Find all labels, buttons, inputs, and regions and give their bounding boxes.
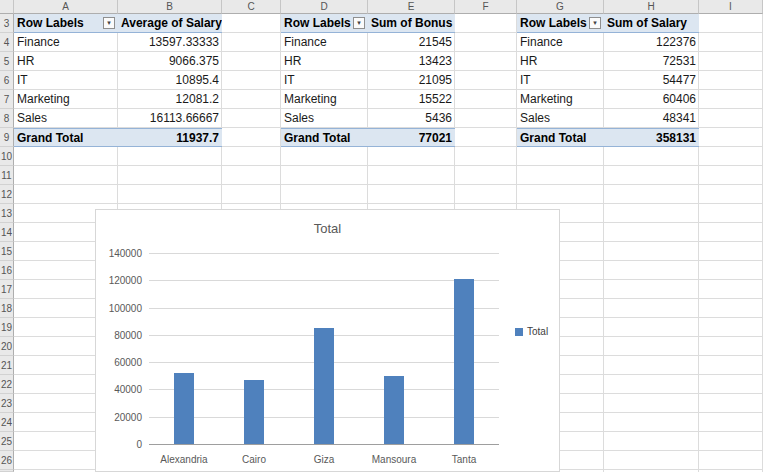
x-axis-category-label: Alexandria [149, 454, 219, 465]
pivot3-grand-total-label[interactable]: Grand Total [517, 128, 604, 147]
pivot2-value-header[interactable]: Sum of Bonus [368, 14, 455, 33]
pivot3-label-it[interactable]: IT [517, 71, 604, 90]
pivot3-value-it[interactable]: 54477 [604, 71, 699, 90]
row-header-20[interactable]: 20 [0, 337, 14, 356]
pivot1-value-sales[interactable]: 16113.66667 [118, 109, 222, 128]
pivot2-label-sales[interactable]: Sales [281, 109, 368, 128]
bar-chart[interactable]: Total Total 0200004000060000800001000001… [95, 209, 560, 472]
row-labels-text: Row Labels [520, 14, 587, 32]
y-axis-tick-label: 60000 [98, 357, 142, 368]
row-header-14[interactable]: 14 [0, 223, 14, 242]
pivot1-grand-total-label[interactable]: Grand Total [14, 128, 118, 147]
pivot1-label-marketing[interactable]: Marketing [14, 90, 118, 109]
row-header-15[interactable]: 15 [0, 242, 14, 261]
pivot2-label-marketing[interactable]: Marketing [281, 90, 368, 109]
pivot3-value-hr[interactable]: 72531 [604, 52, 699, 71]
column-header-B[interactable]: B [118, 0, 222, 14]
filter-dropdown-icon[interactable]: ▾ [103, 17, 115, 29]
y-axis-tick-label: 100000 [98, 303, 142, 314]
row-header-8[interactable]: 8 [0, 109, 14, 128]
row-header-12[interactable]: 12 [0, 185, 14, 204]
column-header-C[interactable]: C [222, 0, 281, 14]
pivot3-label-marketing[interactable]: Marketing [517, 90, 604, 109]
chart-gridline [149, 308, 499, 309]
pivot2-label-hr[interactable]: HR [281, 52, 368, 71]
row-header-19[interactable]: 19 [0, 318, 14, 337]
row-header-22[interactable]: 22 [0, 375, 14, 394]
row-header-24[interactable]: 24 [0, 413, 14, 432]
row-header-9[interactable]: 9 [0, 128, 14, 147]
pivot1-label-sales[interactable]: Sales [14, 109, 118, 128]
pivot1-value-it[interactable]: 10895.4 [118, 71, 222, 90]
pivot1-label-finance[interactable]: Finance [14, 33, 118, 52]
pivot2-value-sales[interactable]: 5436 [368, 109, 455, 128]
pivot1-label-it[interactable]: IT [14, 71, 118, 90]
row-header-6[interactable]: 6 [0, 71, 14, 90]
chart-bar-mansoura[interactable] [384, 376, 404, 444]
row-header-21[interactable]: 21 [0, 356, 14, 375]
chart-legend[interactable]: Total [515, 326, 548, 337]
pivot3-label-finance[interactable]: Finance [517, 33, 604, 52]
row-header-3[interactable]: 3 [0, 14, 14, 33]
row-header-25[interactable]: 25 [0, 432, 14, 451]
y-axis-tick-label: 0 [98, 439, 142, 450]
column-header-I[interactable]: I [699, 0, 763, 14]
filter-dropdown-icon[interactable]: ▾ [589, 17, 601, 29]
pivot2-grand-total-label[interactable]: Grand Total [281, 128, 368, 147]
pivot3-grand-total-value[interactable]: 358131 [604, 128, 699, 147]
chart-title: Total [96, 221, 559, 236]
column-header-G[interactable]: G [517, 0, 604, 14]
pivot1-value-hr[interactable]: 9066.375 [118, 52, 222, 71]
row-header-17[interactable]: 17 [0, 280, 14, 299]
pivot3-label-hr[interactable]: HR [517, 52, 604, 71]
y-axis-tick-label: 120000 [98, 275, 142, 286]
pivot3-row-labels-header[interactable]: Row Labels ▾ [517, 14, 604, 33]
pivot1-grand-total-value[interactable]: 11937.7 [118, 128, 222, 147]
chart-bar-giza[interactable] [314, 328, 334, 444]
gridline-horizontal [14, 184, 763, 185]
pivot2-value-hr[interactable]: 13423 [368, 52, 455, 71]
pivot1-value-header[interactable]: Average of Salary [118, 14, 222, 33]
row-header-23[interactable]: 23 [0, 394, 14, 413]
pivot3-value-sales[interactable]: 48341 [604, 109, 699, 128]
row-header-5[interactable]: 5 [0, 52, 14, 71]
pivot2-value-it[interactable]: 21095 [368, 71, 455, 90]
column-header-E[interactable]: E [368, 0, 455, 14]
chart-bar-cairo[interactable] [244, 380, 264, 444]
x-axis-line [149, 444, 499, 445]
pivot2-value-marketing[interactable]: 15522 [368, 90, 455, 109]
pivot3-value-finance[interactable]: 122376 [604, 33, 699, 52]
pivot1-label-hr[interactable]: HR [14, 52, 118, 71]
column-header-D[interactable]: D [281, 0, 368, 14]
row-header-10[interactable]: 10 [0, 147, 14, 166]
pivot2-label-finance[interactable]: Finance [281, 33, 368, 52]
chart-gridline [149, 280, 499, 281]
row-header-18[interactable]: 18 [0, 299, 14, 318]
pivot2-label-it[interactable]: IT [281, 71, 368, 90]
pivot3-value-marketing[interactable]: 60406 [604, 90, 699, 109]
row-header-7[interactable]: 7 [0, 90, 14, 109]
pivot2-grand-total-value[interactable]: 77021 [368, 128, 455, 147]
row-header-4[interactable]: 4 [0, 33, 14, 52]
y-axis-tick-label: 140000 [98, 248, 142, 259]
row-header-26[interactable]: 26 [0, 451, 14, 470]
chart-gridline [149, 253, 499, 254]
pivot3-label-sales[interactable]: Sales [517, 109, 604, 128]
pivot2-value-finance[interactable]: 21545 [368, 33, 455, 52]
select-all-corner[interactable] [0, 0, 14, 14]
row-header-11[interactable]: 11 [0, 166, 14, 185]
pivot1-value-finance[interactable]: 13597.33333 [118, 33, 222, 52]
chart-bar-alexandria[interactable] [174, 373, 194, 444]
chart-bar-tanta[interactable] [454, 279, 474, 444]
column-header-A[interactable]: A [14, 0, 118, 14]
pivot3-value-header[interactable]: Sum of Salary [604, 14, 699, 33]
pivot1-row-labels-header[interactable]: Row Labels ▾ [14, 14, 118, 33]
filter-dropdown-icon[interactable]: ▾ [353, 17, 365, 29]
pivot2-row-labels-header[interactable]: Row Labels ▾ [281, 14, 368, 33]
row-header-13[interactable]: 13 [0, 204, 14, 223]
row-header-16[interactable]: 16 [0, 261, 14, 280]
column-header-H[interactable]: H [604, 0, 699, 14]
pivot1-value-marketing[interactable]: 12081.2 [118, 90, 222, 109]
y-axis-tick-label: 40000 [98, 384, 142, 395]
column-header-F[interactable]: F [455, 0, 517, 14]
